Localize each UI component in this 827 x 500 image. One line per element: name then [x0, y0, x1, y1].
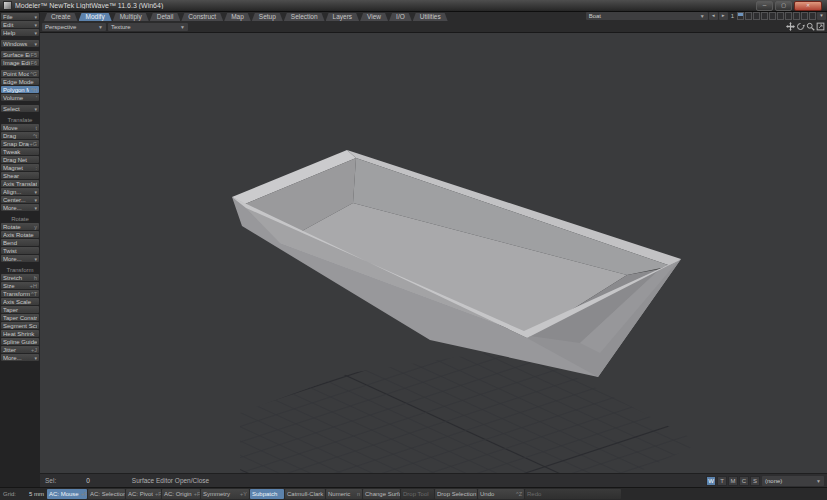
align-button[interactable]: Align...▾ — [1, 188, 39, 195]
catmull-clark-button[interactable]: Catmull-Clark — [285, 489, 325, 499]
prev-object-button[interactable]: ◄ — [709, 12, 718, 20]
ac-origin-button[interactable]: AC: Origin+F8 — [162, 489, 200, 499]
heat-shrink-button[interactable]: Heat Shrink — [1, 330, 39, 337]
taper-button[interactable]: Taper — [1, 306, 39, 313]
axis-rotate-button[interactable]: Axis Rotate — [1, 231, 39, 238]
layer-cell-5[interactable] — [769, 12, 776, 20]
select-button[interactable]: Select▾ — [1, 105, 39, 112]
next-object-button[interactable]: ► — [719, 12, 728, 20]
viewport-toolbar: Perspective ▼ Texture ▼ — [40, 21, 827, 33]
ac-mouse-button[interactable]: AC: Mouse+F5 — [47, 489, 87, 499]
layer-cell-10[interactable] — [809, 12, 816, 20]
pan-icon[interactable] — [786, 22, 795, 31]
view-mode-dropdown[interactable]: Perspective ▼ — [42, 23, 106, 31]
point-mode-button[interactable]: Point Mode^G — [1, 70, 39, 77]
grid-label: Grid: — [3, 491, 16, 497]
tab-multiply[interactable]: Multiply — [113, 13, 149, 21]
tab-detail[interactable]: Detail — [150, 13, 181, 21]
vmap-mode-t-button[interactable]: T — [717, 476, 727, 486]
layer-cell-7[interactable] — [785, 12, 792, 20]
spline-guide-button[interactable]: Spline Guide — [1, 338, 39, 345]
segment-scale-button[interactable]: Segment Scale — [1, 322, 39, 329]
object-selector[interactable]: Boat ▼ — [586, 12, 708, 20]
button-label: Select — [3, 106, 33, 112]
shortcut-label: F6 — [31, 60, 37, 66]
move-button[interactable]: Movet — [1, 124, 39, 131]
symmetry-button[interactable]: Symmetry+Y — [201, 489, 249, 499]
layer-cell-3[interactable] — [753, 12, 760, 20]
numeric-button[interactable]: Numericn — [326, 489, 362, 499]
close-button[interactable]: ✕ — [794, 1, 822, 11]
file-button[interactable]: File▾ — [1, 13, 39, 20]
jitter-button[interactable]: Jitter+J — [1, 346, 39, 353]
rotate-icon[interactable] — [796, 22, 805, 31]
layer-cell-6[interactable] — [777, 12, 784, 20]
layer-cell-1[interactable] — [737, 12, 744, 20]
vmap-mode-s-button[interactable]: S — [750, 476, 760, 486]
bend-button[interactable]: Bend — [1, 239, 39, 246]
drop-selection-button[interactable]: Drop Selection/ — [435, 489, 477, 499]
vmap-mode-c-button[interactable]: C — [739, 476, 749, 486]
subpatch-button[interactable]: Subpatch — [250, 489, 284, 499]
help-button[interactable]: Help▾ — [1, 29, 39, 36]
twist-button[interactable]: Twist — [1, 247, 39, 254]
ac-pivot-button[interactable]: AC: Pivot+F7 — [126, 489, 161, 499]
more-button[interactable]: More...▾ — [1, 204, 39, 211]
taper-constrain-button[interactable]: Taper Constrain — [1, 314, 39, 321]
magnet-button[interactable]: Magnet: — [1, 164, 39, 171]
more-button[interactable]: More...▾ — [1, 354, 39, 361]
tab-view[interactable]: View — [360, 13, 388, 21]
tab-modify[interactable]: Modify — [79, 13, 112, 21]
tab-layers[interactable]: Layers — [326, 13, 360, 21]
tab-setup[interactable]: Setup — [252, 13, 283, 21]
maximize-button[interactable]: ▢ — [775, 1, 792, 11]
vmap-selector[interactable]: (none) ▼ — [762, 476, 824, 486]
volume-button[interactable]: Volume' — [1, 94, 39, 101]
vmap-mode-w-button[interactable]: W — [706, 476, 716, 486]
center-button[interactable]: Center...▾ — [1, 196, 39, 203]
tab-i-o[interactable]: I/O — [389, 13, 412, 21]
more-button[interactable]: More...▾ — [1, 255, 39, 262]
edit-button[interactable]: Edit▾ — [1, 21, 39, 28]
tweak-button[interactable]: Tweak — [1, 148, 39, 155]
tab-utilities[interactable]: Utilities — [413, 13, 448, 21]
ac-selection-button[interactable]: AC: Selection+F6 — [88, 489, 125, 499]
tab-selection[interactable]: Selection — [284, 13, 325, 21]
axis-translate-button[interactable]: Axis Translate — [1, 180, 39, 187]
button-label: AC: Mouse — [49, 491, 79, 497]
zoom-icon[interactable] — [806, 22, 815, 31]
shear-button[interactable]: Shear — [1, 172, 39, 179]
rotate-button[interactable]: Rotatey — [1, 223, 39, 230]
image-editor-button[interactable]: Image EditorF6 — [1, 59, 39, 66]
axis-scale-button[interactable]: Axis Scale — [1, 298, 39, 305]
size-button[interactable]: Size+H — [1, 282, 39, 289]
viewport-canvas[interactable] — [40, 33, 827, 473]
snap-drag-button[interactable]: Snap Drag+G — [1, 140, 39, 147]
layer-cell-8[interactable] — [793, 12, 800, 20]
undo-button[interactable]: Undo^Z — [478, 489, 524, 499]
stretch-button[interactable]: Stretchh — [1, 274, 39, 281]
shortcut-label: +H — [30, 283, 37, 289]
vmap-mode-m-button[interactable]: M — [728, 476, 738, 486]
button-label: Symmetry — [203, 491, 230, 497]
surface-editor-button[interactable]: Surface EditorF5 — [1, 51, 39, 58]
change-surface-button[interactable]: Change Surfaceq — [363, 489, 400, 499]
windows-button[interactable]: Windows▾ — [1, 40, 39, 47]
layer-bank-dropdown[interactable]: ▼ — [817, 12, 826, 20]
shortcut-label: ^T — [31, 291, 37, 297]
layer-cell-2[interactable] — [745, 12, 752, 20]
tab-map[interactable]: Map — [224, 13, 251, 21]
drag-button[interactable]: Drag^t — [1, 132, 39, 139]
layer-cell-9[interactable] — [801, 12, 808, 20]
shortcut-label: ^t — [33, 133, 37, 139]
minimize-button[interactable]: ─ — [756, 1, 773, 11]
transform-button[interactable]: Transform^T — [1, 290, 39, 297]
polygon-mode-button[interactable]: Polygon Mode^H — [1, 86, 39, 93]
edge-mode-button[interactable]: Edge Mode — [1, 78, 39, 85]
tab-create[interactable]: Create — [44, 13, 78, 21]
shading-mode-dropdown[interactable]: Texture ▼ — [108, 23, 188, 31]
layer-cell-4[interactable] — [761, 12, 768, 20]
tab-construct[interactable]: Construct — [181, 13, 223, 21]
fit-icon[interactable] — [816, 22, 825, 31]
drag-net-button[interactable]: Drag Net — [1, 156, 39, 163]
